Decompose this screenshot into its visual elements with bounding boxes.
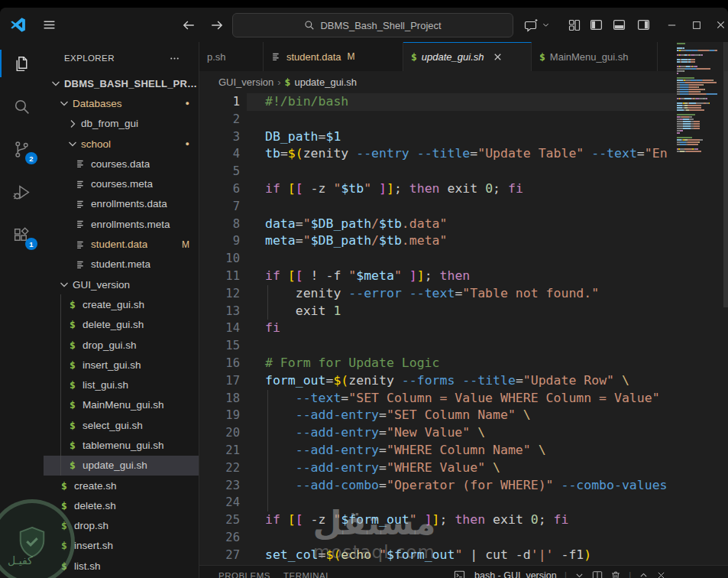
code-line[interactable]: 16# Form for Update Logic	[199, 355, 677, 372]
code-line[interactable]: 9meta="$DB_path/$tb.meta"	[199, 232, 677, 250]
tree-item-list_gui.sh[interactable]: $list_gui.sh	[44, 375, 199, 395]
tree-item-insert_gui.sh[interactable]: $insert_gui.sh	[44, 355, 199, 375]
tree-item-delete.sh[interactable]: $delete.sh	[44, 495, 199, 515]
tree-item-tablemenu_gui.sh[interactable]: $tablemenu_gui.sh	[44, 435, 199, 455]
chevron-right-icon	[66, 118, 79, 130]
code-line[interactable]: 3DB_path=$1	[199, 128, 677, 146]
tab-MainMenu_gui.sh[interactable]: $MainMenu_gui.sh	[532, 42, 658, 71]
divider: |	[565, 570, 567, 578]
command-center-text: DBMS_Bash_Shell_Project	[320, 20, 441, 31]
tree-item-courses.data[interactable]: courses.data	[44, 154, 199, 174]
code-line[interactable]: 27set_col=$(echo "$form_out" | cut -d'|'…	[199, 547, 677, 564]
tree-item-DBMS_BASH_SHELL_PROJ...[interactable]: DBMS_BASH_SHELL_PROJ...	[44, 73, 199, 93]
code-line[interactable]: 5	[199, 163, 677, 180]
code-line[interactable]: 11if [[ ! -f "$meta" ]]; then	[199, 268, 677, 285]
code-line[interactable]: 1#!/bin/bash	[199, 93, 677, 111]
maximize-panel-icon[interactable]	[639, 570, 649, 578]
panel-tab-problems[interactable]: PROBLEMS	[218, 571, 270, 578]
code-line[interactable]: 24	[199, 494, 677, 511]
terminal-dropdown-icon[interactable]	[574, 570, 584, 578]
window-minimize-button[interactable]	[666, 8, 678, 42]
code-line[interactable]: 10	[199, 250, 677, 268]
tree-item-student.meta[interactable]: student.meta	[44, 255, 199, 274]
activity-run-debug-icon[interactable]	[0, 170, 44, 213]
copilot-button[interactable]	[524, 8, 550, 42]
close-tab-icon[interactable]	[492, 51, 504, 63]
activity-search-icon[interactable]	[0, 85, 44, 128]
shell-file-icon: $	[66, 379, 79, 391]
indent-guide	[267, 424, 268, 442]
code-line[interactable]: 25if [[ -z "$form_out" ]]; then exit 0; …	[199, 511, 677, 529]
tree-item-drop_gui.sh[interactable]: $drop_gui.sh	[44, 335, 199, 355]
line-number: 23	[199, 477, 240, 495]
menu-hamburger-icon[interactable]	[43, 8, 56, 42]
code-line[interactable]: 19 --add-entry="SET Column Name" \	[199, 407, 677, 424]
code-line[interactable]: 13 exit 1	[199, 303, 677, 320]
tree-item-create_gui.sh[interactable]: $create_gui.sh	[44, 294, 199, 314]
activity-explorer-icon[interactable]	[0, 42, 44, 85]
tree-item-create.sh[interactable]: $create.sh	[44, 476, 199, 495]
code-line[interactable]: 4tb=$(zenity --entry --title="Update Tab…	[199, 145, 677, 163]
tab-student.data[interactable]: student.dataM	[264, 42, 403, 71]
tree-item-select_gui.sh[interactable]: $select_gui.sh	[44, 415, 199, 435]
tree-item-drop.sh[interactable]: $drop.sh	[44, 516, 199, 536]
customize-layout-button[interactable]	[568, 8, 581, 42]
code-line[interactable]: 26	[199, 529, 677, 547]
tree-item-update_gui.sh[interactable]: $update_gui.sh	[44, 456, 199, 476]
terminal-session-label[interactable]: bash - GUI_version	[474, 570, 557, 578]
tree-item-courses.meta[interactable]: courses.meta	[44, 174, 199, 193]
tree-item-GUI_version[interactable]: GUI_version	[44, 274, 199, 294]
tab-update_gui.sh[interactable]: $update_gui.sh	[403, 42, 532, 71]
kill-terminal-icon[interactable]	[610, 570, 621, 578]
code-line[interactable]: 12 zenity --error --text="Table not foun…	[199, 285, 677, 303]
code-line[interactable]: 18 --text="SET Column = Value WHERE Colu…	[199, 390, 677, 408]
activity-extensions-icon[interactable]: 1	[0, 213, 44, 256]
line-number: 21	[199, 442, 240, 459]
tree-item-delete_gui.sh[interactable]: $delete_gui.sh	[44, 315, 199, 335]
command-center-search[interactable]: DBMS_Bash_Shell_Project	[232, 13, 513, 37]
tree-item-enrollments.data[interactable]: enrollments.data	[44, 194, 199, 214]
tree-item-Databases[interactable]: Databases●	[44, 93, 199, 113]
code-line[interactable]: 23 --add-combo="Operator (for WHERE)" --…	[199, 477, 677, 495]
scm-badge: 2	[25, 152, 37, 164]
activity-source-control-icon[interactable]: 2	[0, 128, 44, 170]
code-line[interactable]: 15	[199, 337, 677, 355]
tree-item-insert.sh[interactable]: $insert.sh	[44, 536, 199, 556]
tree-item-list.sh[interactable]: $list.sh	[44, 556, 199, 576]
code-line[interactable]: 2	[199, 111, 677, 128]
split-terminal-icon[interactable]	[592, 570, 603, 578]
editor-scrollbar[interactable]	[723, 42, 728, 578]
tree-item-db_from_gui[interactable]: db_from_gui	[44, 114, 199, 134]
code-editor[interactable]: 1#!/bin/bash23DB_path=$14tb=$(zenity --e…	[199, 93, 728, 566]
window-close-button[interactable]	[715, 8, 726, 42]
code-line[interactable]: 7	[199, 198, 677, 216]
tree-item-school[interactable]: school●	[44, 134, 199, 154]
breadcrumb-folder[interactable]: GUI_version	[218, 76, 273, 88]
panel-tab-terminal[interactable]: TERMINAL	[283, 571, 331, 578]
tree-item-MainMenu_gui.sh[interactable]: $MainMenu_gui.sh	[44, 395, 199, 415]
toggle-panel-button[interactable]	[613, 8, 626, 42]
code-line[interactable]: 6if [[ -z "$tb" ]]; then exit 0; fi	[199, 180, 677, 198]
toggle-primary-sidebar-button[interactable]	[590, 8, 603, 42]
tab-p.sh[interactable]: p.sh	[199, 42, 264, 71]
close-panel-icon[interactable]	[656, 570, 666, 578]
tree-item-label: school	[81, 138, 111, 150]
tree-item-label: create_gui.sh	[83, 299, 144, 310]
toggle-secondary-sidebar-button[interactable]	[637, 8, 650, 42]
code-line[interactable]: 8data="$DB_path/$tb.data"	[199, 216, 677, 233]
explorer-more-actions-icon[interactable]	[169, 53, 180, 64]
scrollbar-slider[interactable]	[723, 42, 728, 307]
nav-forward-button[interactable]	[210, 8, 224, 42]
tree-item-enrollments.meta[interactable]: enrollments.meta	[44, 214, 199, 234]
window-maximize-button[interactable]	[691, 8, 702, 42]
breadcrumb-file[interactable]: update_gui.sh	[294, 76, 357, 88]
nav-back-button[interactable]	[182, 8, 196, 42]
code-line[interactable]: 14fi	[199, 320, 677, 337]
minimap[interactable]	[677, 42, 724, 578]
code-line[interactable]: 22 --add-entry="WHERE Value" \	[199, 459, 677, 477]
line-content: if [[ -z "$form_out" ]]; then exit 0; fi	[265, 511, 568, 529]
code-line[interactable]: 21 --add-entry="WHERE Column Name" \	[199, 442, 677, 459]
tree-item-student.data[interactable]: student.dataM	[44, 234, 199, 254]
code-line[interactable]: 17form_out=$(zenity --forms --title="Upd…	[199, 372, 677, 390]
code-line[interactable]: 20 --add-entry="New Value" \	[199, 424, 677, 442]
